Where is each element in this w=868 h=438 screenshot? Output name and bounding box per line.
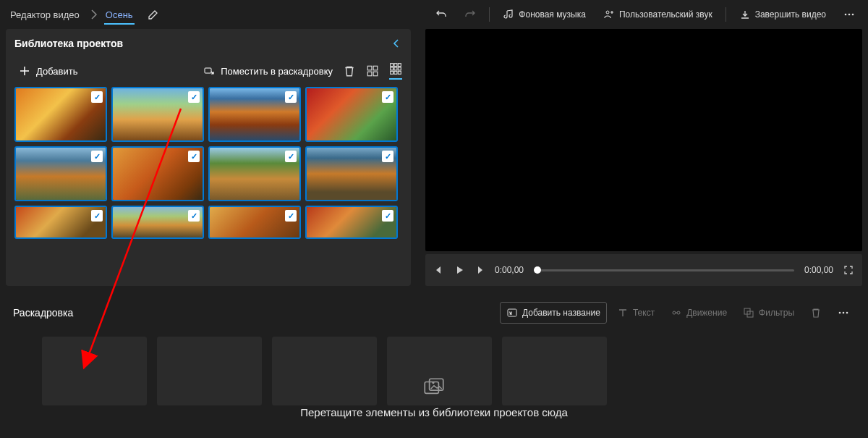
svg-point-20: [677, 311, 680, 314]
svg-point-28: [432, 381, 434, 383]
filters-label: Фильтры: [759, 308, 794, 318]
storyboard-panel: Раскадровка Добавить название Текст Движ…: [0, 302, 868, 405]
pencil-icon[interactable]: [137, 9, 169, 20]
video-preview[interactable]: [425, 29, 862, 251]
svg-point-2: [848, 14, 851, 16]
svg-point-19: [673, 311, 676, 314]
text-label: Текст: [633, 308, 655, 318]
svg-rect-14: [398, 67, 401, 70]
svg-point-0: [606, 11, 609, 14]
custom-audio-label: Пользовательский звук: [619, 9, 712, 20]
svg-rect-4: [205, 68, 211, 73]
check-icon: ✓: [91, 210, 103, 222]
project-name-tab[interactable]: Осень: [104, 5, 135, 25]
svg-point-23: [839, 312, 841, 314]
bg-music-button[interactable]: Фоновая музыка: [495, 4, 593, 25]
finish-video-label: Завершить видео: [755, 9, 826, 20]
library-thumbnail[interactable]: ✓: [111, 206, 204, 239]
svg-rect-5: [367, 66, 372, 70]
toolbar-right: Фоновая музыка Пользовательский звук Зав…: [428, 4, 862, 25]
preview-panel: 0:00,00 0:00,00: [425, 29, 862, 286]
library-thumbnail[interactable]: ✓: [208, 206, 301, 239]
check-icon: ✓: [382, 91, 393, 103]
check-icon: ✓: [382, 210, 393, 222]
undo-button[interactable]: [428, 4, 454, 25]
library-toolbar: Добавить Поместить в раскадровку: [14, 62, 402, 80]
motion-button[interactable]: Движение: [665, 303, 733, 323]
storyboard-toolbar: Добавить название Текст Движение Фильтры: [500, 302, 855, 324]
svg-rect-9: [391, 64, 393, 67]
svg-rect-8: [373, 72, 378, 76]
library-header: Библиотека проектов: [14, 38, 402, 49]
seek-bar[interactable]: [534, 269, 794, 271]
check-icon: ✓: [285, 210, 297, 222]
svg-rect-13: [394, 67, 397, 70]
svg-rect-18: [508, 309, 516, 316]
library-thumbnail[interactable]: ✓: [208, 87, 301, 142]
divider: [726, 7, 726, 22]
library-title: Библиотека проектов: [14, 38, 123, 49]
text-button[interactable]: Текст: [611, 303, 660, 323]
duration: 0:00,00: [804, 265, 833, 275]
svg-rect-6: [373, 66, 378, 70]
project-name: Осень: [104, 9, 135, 20]
check-icon: ✓: [188, 151, 200, 162]
filters-button[interactable]: Фильтры: [737, 303, 800, 323]
library-thumbnail[interactable]: ✓: [111, 87, 204, 142]
storyboard-delete-button[interactable]: [804, 303, 827, 323]
svg-rect-16: [394, 71, 397, 74]
svg-rect-7: [367, 72, 372, 76]
svg-rect-10: [394, 64, 397, 67]
library-thumbnail[interactable]: ✓: [14, 146, 107, 201]
add-title-card-button[interactable]: Добавить название: [500, 302, 607, 324]
storyboard-slots[interactable]: Перетащите элементы из библиотеки проект…: [13, 337, 855, 405]
library-thumbnail[interactable]: ✓: [14, 206, 107, 239]
svg-rect-15: [391, 71, 393, 74]
library-thumbnail[interactable]: ✓: [305, 206, 398, 239]
play-button[interactable]: [454, 265, 464, 275]
divider: [489, 7, 490, 22]
svg-rect-12: [391, 67, 393, 70]
delete-button[interactable]: [343, 64, 356, 77]
check-icon: ✓: [188, 210, 200, 222]
images-icon: [422, 376, 446, 400]
next-frame-button[interactable]: [475, 265, 485, 275]
svg-rect-11: [398, 64, 401, 67]
storyboard-hint-text: Перетащите элементы из библиотеки проект…: [300, 406, 568, 418]
check-icon: ✓: [382, 151, 393, 162]
svg-rect-17: [398, 71, 401, 74]
check-icon: ✓: [285, 91, 297, 103]
more-button[interactable]: [836, 4, 862, 25]
thumbnail-grid: ✓✓✓✓✓✓✓✓✓✓✓✓: [14, 87, 402, 239]
grid-small-view-button[interactable]: [389, 62, 402, 80]
storyboard-header: Раскадровка Добавить название Текст Движ…: [13, 302, 855, 324]
bg-music-label: Фоновая музыка: [519, 9, 586, 20]
library-thumbnail[interactable]: ✓: [208, 146, 301, 201]
main-row: Библиотека проектов Добавить Поместить в…: [0, 29, 868, 286]
svg-point-25: [846, 312, 848, 314]
storyboard-more-button[interactable]: [832, 303, 855, 323]
check-icon: ✓: [91, 151, 103, 162]
library-thumbnail[interactable]: ✓: [14, 87, 107, 142]
app-name[interactable]: Редактор видео: [6, 9, 84, 20]
svg-point-3: [852, 14, 854, 16]
svg-point-24: [843, 312, 845, 314]
collapse-chevron-icon[interactable]: [391, 38, 402, 49]
prev-frame-button[interactable]: [434, 265, 444, 275]
grid-large-view-button[interactable]: [366, 64, 379, 77]
place-in-storyboard-button[interactable]: Поместить в раскадровку: [203, 65, 333, 77]
add-title-label: Добавить название: [522, 308, 600, 318]
project-library-panel: Библиотека проектов Добавить Поместить в…: [6, 29, 411, 286]
fullscreen-button[interactable]: [843, 265, 854, 275]
library-thumbnail[interactable]: ✓: [305, 146, 398, 201]
storyboard-hint: Перетащите элементы из библиотеки проект…: [13, 376, 855, 418]
library-thumbnail[interactable]: ✓: [111, 146, 204, 201]
library-thumbnail[interactable]: ✓: [305, 87, 398, 142]
chevron-right-icon: [87, 9, 101, 20]
add-button[interactable]: Добавить: [14, 62, 82, 80]
custom-audio-button[interactable]: Пользовательский звук: [596, 4, 720, 25]
redo-button[interactable]: [457, 4, 483, 25]
storyboard-title: Раскадровка: [13, 307, 73, 319]
player-controls: 0:00,00 0:00,00: [425, 254, 862, 286]
finish-video-button[interactable]: Завершить видео: [732, 4, 833, 25]
